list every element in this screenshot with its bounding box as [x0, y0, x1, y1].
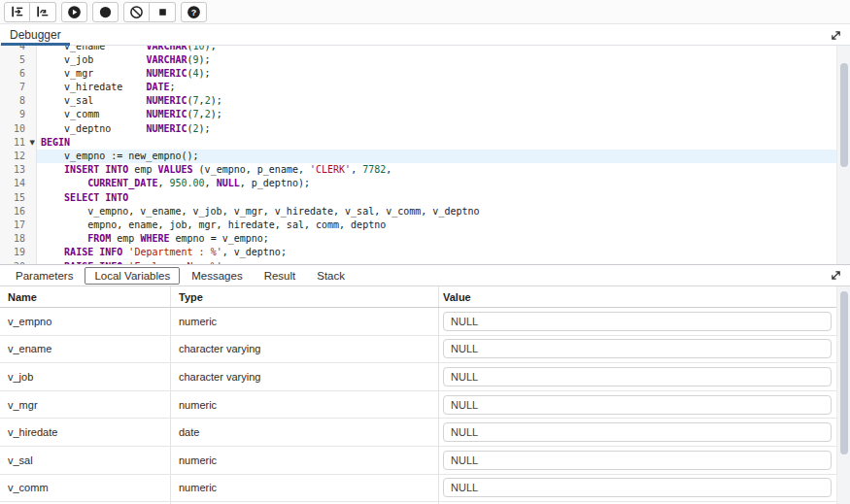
code-line-text[interactable]: v_ename VARCHAR(10);: [37, 46, 850, 53]
line-number-gutter[interactable]: 10: [0, 122, 37, 136]
code-line-text[interactable]: v_job VARCHAR(9);: [37, 53, 850, 67]
line-number-gutter[interactable]: 19: [0, 246, 37, 259]
line-number-gutter[interactable]: 14: [0, 177, 37, 190]
code-line: 4 v_ename VARCHAR(10);: [0, 46, 850, 53]
cell-name: v_empno: [0, 308, 171, 335]
code-line-text[interactable]: v_comm NUMERIC(7,2);: [37, 108, 850, 121]
cell-type: character varying: [171, 363, 439, 390]
code-line: 10 v_deptno NUMERIC(2);: [0, 122, 850, 136]
cell-type: date: [171, 419, 439, 446]
tab-debugger[interactable]: Debugger: [0, 24, 71, 45]
continue-button[interactable]: [61, 2, 87, 22]
code-line: 19 RAISE INFO 'Department : %', v_deptno…: [0, 246, 850, 259]
tab-messages[interactable]: Messages: [182, 267, 252, 285]
value-input[interactable]: NULL: [443, 478, 832, 497]
clear-all-breakpoints-button[interactable]: [123, 2, 150, 22]
code-line-text[interactable]: v_empno, v_ename, v_job, v_mgr, v_hireda…: [37, 205, 850, 218]
line-number-gutter[interactable]: 17: [0, 218, 37, 232]
table-row: v_hiredatedateNULL: [0, 419, 850, 447]
line-number-gutter[interactable]: 11▼: [0, 136, 37, 150]
line-number-gutter[interactable]: 6: [0, 67, 37, 81]
stop-square-icon: [155, 5, 170, 19]
column-header-value: Value: [439, 286, 850, 307]
cell-value: NULL: [439, 363, 850, 390]
code-line: 11▼BEGIN: [0, 136, 850, 150]
fold-arrow-icon[interactable]: ▼: [30, 137, 35, 149]
value-input[interactable]: NULL: [443, 422, 832, 442]
cell-name: v_comm: [0, 475, 171, 502]
table-row: v_enamecharacter varyingNULL: [0, 336, 850, 364]
debugger-toolbar: ?: [0, 0, 850, 24]
code-line-text[interactable]: v_empno := new_empno();: [37, 150, 850, 163]
code-line: 13 INSERT INTO emp VALUES (v_empno, p_en…: [0, 163, 850, 177]
line-number-gutter[interactable]: 8: [0, 94, 37, 108]
code-line-text[interactable]: SELECT INTO: [37, 191, 850, 205]
code-line: 18 FROM emp WHERE empno = v_empno;: [0, 232, 850, 246]
line-number-gutter[interactable]: 15: [0, 191, 37, 205]
code-line-text[interactable]: v_mgr NUMERIC(4);: [37, 67, 850, 81]
code-line: 5 v_job VARCHAR(9);: [0, 53, 850, 67]
code-line-text[interactable]: empno, ename, job, mgr, hiredate, sal, c…: [37, 218, 850, 232]
step-over-icon: [36, 5, 50, 18]
step-into-button[interactable]: [4, 2, 30, 22]
tab-parameters[interactable]: Parameters: [6, 267, 83, 285]
code-scrollbar-thumb[interactable]: [840, 63, 848, 167]
tab-stack[interactable]: Stack: [307, 267, 355, 285]
code-line-text[interactable]: RAISE INFO 'Department : %', v_deptno;: [37, 246, 850, 259]
cell-name: v_ename: [0, 336, 171, 363]
line-number-gutter[interactable]: 4: [0, 46, 37, 53]
code-line-text[interactable]: v_deptno NUMERIC(2);: [37, 122, 850, 136]
line-number-gutter[interactable]: 12: [0, 150, 37, 163]
code-line: 8 v_sal NUMERIC(7,2);: [0, 94, 850, 108]
expand-variables-panel-icon[interactable]: [830, 269, 843, 283]
toolbar-button-group: [4, 2, 56, 22]
line-number-gutter[interactable]: 13: [0, 163, 37, 177]
help-circle-icon: ?: [187, 5, 201, 19]
svg-text:?: ?: [191, 7, 196, 17]
code-line-text[interactable]: v_sal NUMERIC(7,2);: [37, 94, 850, 108]
table-scrollbar[interactable]: [836, 286, 850, 504]
expand-code-panel-icon[interactable]: [830, 28, 843, 42]
breakpoint-circle-icon: [98, 5, 113, 19]
tab-result[interactable]: Result: [255, 267, 306, 285]
code-line: 16 v_empno, v_ename, v_job, v_mgr, v_hir…: [0, 205, 850, 218]
line-number-gutter[interactable]: 5: [0, 53, 37, 67]
cell-value: NULL: [439, 391, 850, 419]
code-line-text[interactable]: INSERT INTO emp VALUES (v_empno, p_ename…: [37, 163, 850, 177]
line-number-gutter[interactable]: 16: [0, 205, 37, 218]
value-input[interactable]: NULL: [443, 339, 832, 358]
value-input[interactable]: NULL: [443, 395, 832, 415]
line-number-gutter[interactable]: 18: [0, 232, 37, 246]
table-scrollbar-thumb[interactable]: [840, 291, 848, 454]
code-line-text[interactable]: FROM emp WHERE empno = v_empno;: [37, 232, 850, 246]
code-line: 17 empno, ename, job, mgr, hiredate, sal…: [0, 218, 850, 232]
table-row: v_commnumericNULL: [0, 475, 850, 503]
code-line: 15 SELECT INTO: [0, 191, 850, 205]
tab-local-variables[interactable]: Local Variables: [85, 267, 180, 285]
table-header-row: NameTypeValue: [0, 286, 850, 308]
code-editor: 4 v_ename VARCHAR(10);5 v_job VARCHAR(9)…: [0, 46, 850, 265]
help-button[interactable]: ?: [181, 2, 207, 22]
toggle-breakpoint-button[interactable]: [92, 2, 119, 22]
tab-debugger-label: Debugger: [10, 28, 61, 42]
value-input[interactable]: NULL: [443, 451, 832, 470]
step-over-button[interactable]: [30, 2, 56, 22]
line-number-gutter[interactable]: 9: [0, 108, 37, 121]
cell-type: numeric: [171, 447, 439, 474]
step-into-icon: [11, 5, 24, 18]
value-input[interactable]: NULL: [443, 312, 832, 331]
code-line-text[interactable]: CURRENT_DATE, 950.00, NULL, p_deptno);: [37, 177, 850, 190]
toolbar-button-group: [123, 2, 176, 22]
value-input[interactable]: NULL: [443, 367, 832, 386]
cell-value: NULL: [439, 308, 850, 335]
stop-button[interactable]: [150, 2, 176, 22]
toolbar-button-group: ?: [181, 2, 207, 22]
code-scrollbar[interactable]: [836, 46, 850, 264]
code-line-text[interactable]: v_hiredate DATE;: [37, 81, 850, 94]
table-body: v_empnonumericNULLv_enamecharacter varyi…: [0, 308, 850, 504]
cell-value: NULL: [439, 447, 850, 474]
column-header-type: Type: [171, 286, 439, 307]
code-line-text[interactable]: BEGIN: [37, 136, 850, 150]
line-number-gutter[interactable]: 7: [0, 81, 37, 94]
editor-tabbar: Debugger: [0, 24, 850, 46]
